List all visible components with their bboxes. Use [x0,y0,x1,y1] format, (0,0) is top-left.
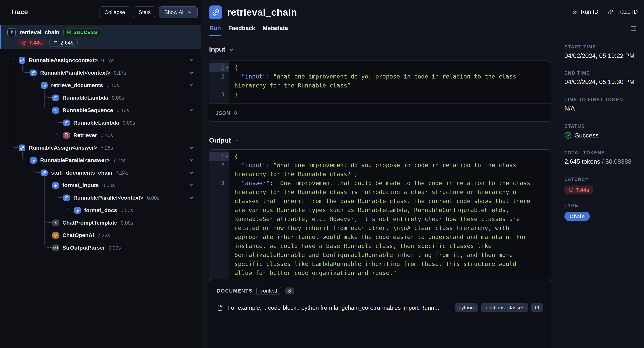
run-duration: 0.16s [117,107,129,113]
type-badge: Chain [564,212,590,221]
trace-tree-row[interactable]: RunnableParallel<context>0.17s [30,68,126,77]
documents-label: DOCUMENTS [217,288,252,293]
run-id-button[interactable]: Run ID [572,9,598,15]
start-time-field: START TIME 04/02/2024, 05:19:22 PM [564,44,634,59]
trace-panel: Trace Collapse Stats Show All retrieval_… [0,0,201,348]
chevron-down-icon[interactable] [189,107,194,113]
code-line: 3 "answer": "One improvement that could … [209,179,551,278]
trace-id-button[interactable]: Trace ID [608,9,638,15]
run-duration: 7.23s [98,232,110,238]
tree-connector [33,165,41,173]
status-field: STATUS Success [564,123,598,139]
tab-feedback[interactable]: Feedback [228,25,255,36]
tree-connector [44,90,52,110]
document-tag-more[interactable]: +1 [531,303,543,312]
line-number: 1 [209,152,229,161]
chevron-down-icon[interactable] [189,157,194,163]
run-duration: 0.00s [123,120,135,126]
fold-chevron-icon[interactable] [225,66,228,70]
line-number: 1 [209,63,229,72]
code-content: "answer": "One improvement that could be… [229,179,551,278]
chain-icon [74,207,81,214]
run-name: StrOutputParser [62,245,105,251]
documents-count-badge: 8 [285,287,294,294]
document-tag: python [454,303,478,312]
code-line: 2 "input": "What one improvement do you … [209,161,551,179]
run-duration: 0.00s [147,195,159,201]
trace-tree-row[interactable]: format_docs0.00s [74,206,133,214]
ttft-value: N/A [564,105,623,112]
chain-icon [19,144,25,151]
run-name: ChatPromptTemplate [62,220,117,226]
openai-icon [52,232,59,238]
chain-icon [52,182,59,189]
page-title: retrieval_chain [227,7,297,18]
trace-tree: RunnableAssign<context>0.17sRunnablePara… [0,0,201,348]
langsmith-trace-page: Trace Collapse Stats Show All retrieval_… [0,0,644,348]
code-content: "input": "What one improvement do you pr… [229,72,551,90]
chain-icon [41,82,48,88]
trace-tree-row[interactable]: retrieve_documents0.16s [41,81,119,89]
trace-tree-row[interactable]: RunnableParallel<context>0.00s [63,193,159,202]
run-header: retrieval_chain Run ID Trace ID Run Feed… [202,0,644,37]
trace-tree-row[interactable]: Retriever0.16s [63,131,113,139]
code-line: 1{ [209,152,551,161]
run-duration: 0.00s [108,245,121,251]
trace-tree-row[interactable]: ChatPromptTemplate0.00s [52,218,133,227]
code-content: { [229,63,551,72]
sort-icon [233,110,238,116]
document-tag: functions_classes [480,303,528,312]
trace-tree-row[interactable]: RunnableSequence0.16s [52,106,129,114]
run-duration: 0.16s [106,82,119,88]
trace-tree-row[interactable]: stuff_documents_chain7.24s [41,168,128,177]
chevron-down-icon[interactable] [189,70,194,75]
tree-connector [33,77,41,85]
code-content: "input": "What one improvement do you pr… [229,161,551,179]
ttft-field: TIME TO FIRST TOKEN N/A [564,97,623,112]
trace-tree-row[interactable]: ChatOpenAI7.23s [52,231,110,239]
chevron-down-icon[interactable] [189,82,194,88]
run-name: Retriever [73,132,97,138]
tokens-count: 2,645 tokens [564,158,600,165]
tree-connector [66,202,74,210]
chevron-down-icon[interactable] [189,195,194,200]
panel-toggle-icon[interactable] [630,25,637,32]
run-duration: 0.00s [120,207,133,213]
trace-tree-row[interactable]: RunnableAssign<context>0.17s [19,56,114,64]
chain-icon [52,94,59,101]
start-time-value: 04/02/2024, 05:19:22 PM [564,52,634,59]
chevron-down-icon[interactable] [189,183,194,188]
input-code-editor[interactable]: 1{2 "input": "What one improvement do yo… [209,61,551,122]
check-circle-icon [564,132,572,139]
tree-connector [12,38,19,148]
run-duration: 0.00s [102,182,115,188]
clock-icon [568,187,574,193]
chevron-down-icon[interactable] [189,170,194,175]
chain-icon [30,157,37,163]
file-icon [217,304,223,311]
code-content: } [229,90,551,99]
fold-chevron-icon[interactable] [225,155,228,158]
trace-tree-row[interactable]: RunnableLambda0.00s [52,93,124,102]
end-time-field: END TIME 04/02/2024, 05:19:30 PM [564,70,634,86]
tab-metadata[interactable]: Metadata [263,25,288,36]
trace-tree-row[interactable]: format_inputs0.00s [52,181,115,190]
run-duration: 7.25s [101,145,113,150]
tab-run[interactable]: Run [210,25,221,36]
type-field: TYPE Chain [564,203,590,221]
trace-tree-row[interactable]: RunnableLambda0.00s [63,118,135,127]
line-number: 2 [209,161,229,179]
chain-icon [19,57,25,64]
input-section-header[interactable]: Input [209,46,234,54]
chevron-down-icon[interactable] [189,57,194,63]
tab-bar: Run Feedback Metadata [210,25,288,36]
trace-tree-row[interactable]: RunnableParallel<answer>7.24s [30,156,126,164]
document-row[interactable]: For example, .. code-block:: python from… [217,303,543,312]
input-format-select[interactable]: JSON [209,103,551,122]
output-section-header[interactable]: Output [209,137,239,144]
chevron-down-icon[interactable] [189,145,194,150]
trace-tree-row[interactable]: RunnableAssign<answer>7.25s [19,143,113,152]
run-name: RunnableParallel<context> [40,70,110,76]
trace-tree-row[interactable]: {x}StrOutputParser0.00s [52,243,121,252]
run-meta-sidebar: START TIME 04/02/2024, 05:19:22 PM END T… [564,37,642,348]
